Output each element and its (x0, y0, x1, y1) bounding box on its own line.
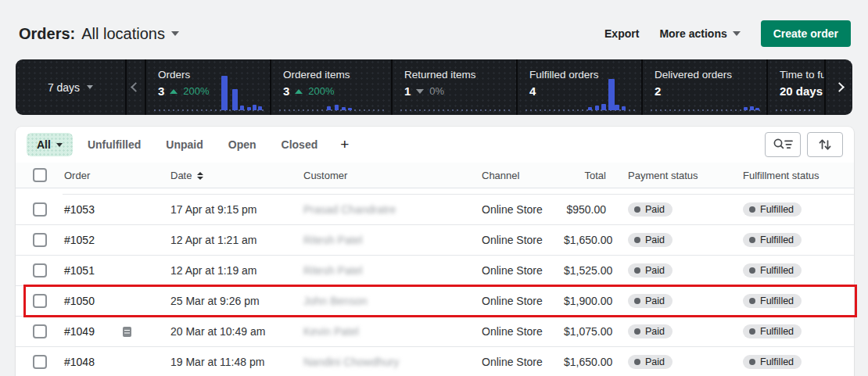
status-dot-icon (749, 298, 755, 304)
fulfillment-status-badge: Fulfilled (743, 233, 802, 247)
page-title-text: Orders: (19, 25, 75, 43)
order-number-cell[interactable]: #1050 (64, 295, 170, 307)
metric-tile[interactable]: Delivered orders 2 (641, 59, 766, 115)
column-header-fulfillment[interactable]: Fulfillment status (727, 170, 854, 181)
export-button-label: Export (604, 27, 639, 40)
payment-status-badge: Paid (628, 233, 673, 247)
metric-value: 2 (655, 84, 661, 98)
table-row[interactable]: #1050 25 Mar at 9:26 pm John Benson Onli… (16, 285, 854, 316)
customer-cell: Nandini Chowdhury (303, 356, 399, 368)
metrics-bar: 7 days Orders 3 200% Ordered items 3 200… (16, 59, 852, 115)
tab-unpaid[interactable]: Unpaid (156, 133, 213, 156)
more-actions-label: More actions (659, 27, 726, 40)
customer-cell: John Benson (303, 295, 368, 307)
status-dot-icon (634, 237, 640, 243)
payment-status-badge: Paid (628, 263, 673, 278)
metrics-next-button[interactable] (824, 59, 852, 115)
tab-unfulfilled[interactable]: Unfulfilled (77, 133, 151, 156)
table-row[interactable]: #1049 20 Mar at 10:49 am Kevin Patel Onl… (16, 316, 854, 346)
order-number-cell[interactable]: #1049 (64, 325, 170, 338)
table-spacer (16, 188, 854, 194)
tab-closed[interactable]: Closed (271, 133, 328, 156)
metric-trend-pct: 200% (183, 85, 209, 97)
tab-all[interactable]: All (27, 133, 73, 156)
metric-tile[interactable]: Fulfilled orders 4 (516, 59, 641, 115)
spark-bar (247, 107, 251, 110)
spark-bar (253, 105, 256, 110)
total-cell: $1,900.00 (564, 295, 606, 307)
spark-bar (755, 108, 759, 110)
channel-cell: Online Store (482, 203, 564, 216)
date-cell: 25 Mar at 9:26 pm (170, 295, 303, 307)
create-order-button[interactable]: Create order (761, 20, 851, 47)
spark-bar (348, 108, 352, 110)
customer-cell: Ritesh Patel (303, 264, 362, 277)
table-row[interactable]: #1051 12 Apr at 1:19 am Ritesh Patel Onl… (16, 255, 854, 285)
table-header-row: Order Date Customer Channel Total Paymen… (16, 163, 854, 188)
spark-bar (342, 107, 346, 110)
location-selector[interactable]: All locations (81, 25, 179, 43)
status-dot-icon (634, 359, 640, 365)
customer-cell: Kevin Patel (303, 325, 359, 338)
row-checkbox[interactable] (33, 202, 47, 217)
trend-arrow-icon (416, 89, 424, 94)
total-cell: $1,525.00 (564, 264, 606, 277)
order-number-cell[interactable]: #1052 (64, 234, 170, 246)
order-number-cell[interactable]: #1051 (64, 264, 170, 277)
payment-status-badge: Paid (628, 355, 673, 369)
status-dot-icon (749, 206, 755, 213)
column-header-date-label: Date (170, 170, 192, 181)
spark-bar (335, 105, 339, 110)
metric-tile[interactable]: Ordered items 3 200% (270, 59, 391, 115)
date-range-label: 7 days (48, 81, 80, 94)
date-cell: 12 Apr at 1:19 am (170, 264, 303, 277)
customer-cell: Prasad Chandratre (303, 203, 396, 216)
status-dot-icon (634, 206, 640, 213)
chevron-down-icon (56, 143, 63, 147)
export-button[interactable]: Export (604, 27, 639, 40)
column-header-customer[interactable]: Customer (303, 170, 482, 181)
more-actions-button[interactable]: More actions (659, 27, 740, 40)
table-row[interactable]: #1053 17 Apr at 9:15 pm Prasad Chandratr… (16, 194, 854, 224)
row-checkbox[interactable] (33, 355, 47, 369)
column-header-order[interactable]: Order (64, 170, 170, 181)
column-header-total[interactable]: Total (564, 170, 606, 181)
column-header-channel[interactable]: Channel (482, 170, 564, 181)
table-row[interactable]: #1048 19 Mar at 11:48 pm Nandini Chowdhu… (16, 346, 854, 376)
row-checkbox[interactable] (33, 324, 47, 338)
row-checkbox[interactable] (33, 263, 47, 278)
search-filter-button[interactable] (765, 132, 801, 157)
channel-cell: Online Store (482, 356, 564, 368)
spark-bar (327, 106, 331, 110)
metric-tile[interactable]: Returned items 1 0% (391, 59, 516, 115)
date-range-selector[interactable]: 7 days (16, 59, 125, 115)
column-header-payment[interactable]: Payment status (606, 170, 727, 181)
spark-bar (258, 106, 262, 110)
add-view-button[interactable]: + (332, 133, 357, 156)
sort-button[interactable] (807, 132, 843, 157)
page-header: Orders: All locations Export More action… (0, 0, 868, 47)
row-checkbox[interactable] (33, 233, 47, 247)
customer-cell: Ritesh Patel (303, 234, 362, 246)
status-dot-icon (749, 359, 755, 365)
order-number-cell[interactable]: #1048 (64, 356, 170, 368)
table-row[interactable]: #1052 12 Apr at 1:21 am Ritesh Patel Onl… (16, 224, 854, 255)
date-cell: 12 Apr at 1:21 am (170, 234, 303, 246)
date-cell: 19 Mar at 11:48 pm (170, 356, 303, 368)
metrics-prev-button[interactable] (125, 59, 145, 115)
metric-value: 3 (158, 84, 164, 98)
order-number-cell[interactable]: #1053 (64, 203, 170, 216)
trend-arrow-icon (295, 89, 303, 94)
spark-bar (595, 106, 599, 110)
status-dot-icon (634, 328, 640, 335)
tab-open[interactable]: Open (218, 133, 267, 156)
channel-cell: Online Store (482, 264, 564, 277)
channel-cell: Online Store (482, 234, 564, 246)
sort-icon (818, 138, 832, 152)
row-checkbox[interactable] (33, 294, 47, 308)
metric-tile[interactable]: Orders 3 200% (145, 59, 270, 115)
select-all-checkbox[interactable] (33, 168, 47, 182)
column-header-date[interactable]: Date (170, 170, 303, 181)
metric-tile[interactable]: Time to fu 20 days (766, 59, 824, 115)
spark-bar (750, 106, 754, 110)
